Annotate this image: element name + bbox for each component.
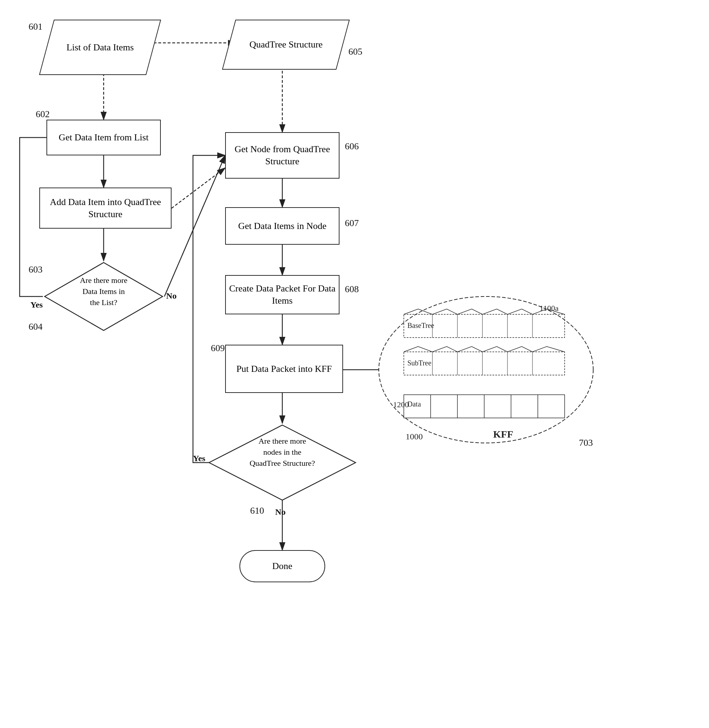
- label-603: 603: [29, 264, 42, 275]
- diagram: List of Data Items 601 Get Data Item fro…: [0, 0, 709, 728]
- node-603: Add Data Item into QuadTree Structure: [39, 188, 172, 229]
- node-607: Get Data Items in Node: [225, 207, 340, 245]
- node-602-text: Get Data Item from List: [58, 131, 148, 144]
- label-610: 610: [250, 505, 264, 516]
- flow-arrows: [0, 0, 709, 728]
- node-610-diamond: Are there morenodes in theQuadTree Struc…: [207, 423, 357, 502]
- svg-text:KFF: KFF: [493, 429, 513, 440]
- label-609: 609: [211, 343, 225, 354]
- node-603-text: Add Data Item into QuadTree Structure: [40, 196, 171, 220]
- node-609: Put Data Packet into KFF: [225, 345, 343, 393]
- svg-text:Data: Data: [407, 400, 421, 408]
- label-601: 601: [29, 22, 42, 32]
- yes-label-1: Yes: [31, 300, 43, 310]
- node-done: Done: [239, 550, 325, 582]
- node-605: QuadTree Structure: [222, 20, 350, 70]
- svg-text:BaseTree: BaseTree: [407, 322, 434, 329]
- svg-line-14: [164, 155, 225, 297]
- label-608: 608: [345, 284, 359, 295]
- node-601: List of Data Items: [39, 20, 161, 75]
- node-609-text: Put Data Packet into KFF: [236, 363, 332, 375]
- svg-text:1200: 1200: [393, 400, 409, 409]
- label-602: 602: [36, 109, 50, 120]
- node-608: Create Data Packet For Data Items: [225, 275, 340, 314]
- label-604: 604: [29, 322, 42, 332]
- node-done-text: Done: [272, 560, 292, 572]
- no-label-1: No: [166, 291, 177, 301]
- svg-line-7: [172, 168, 225, 208]
- node-606: Get Node from QuadTree Structure: [225, 132, 340, 179]
- node-606-text: Get Node from QuadTree Structure: [226, 143, 339, 167]
- node-601-text: List of Data Items: [66, 41, 134, 54]
- label-606: 606: [345, 141, 359, 152]
- yes-label-2: Yes: [193, 454, 206, 463]
- node-605-text: QuadTree Structure: [249, 39, 323, 51]
- svg-text:1100a: 1100a: [540, 304, 559, 313]
- label-605: 605: [349, 47, 362, 57]
- node-607-text: Get Data Items in Node: [238, 220, 327, 232]
- label-703: 703: [579, 438, 593, 448]
- label-607: 607: [345, 218, 359, 229]
- no-label-2: No: [275, 507, 286, 517]
- svg-point-17: [379, 297, 593, 443]
- node-602: Get Data Item from List: [47, 120, 161, 155]
- svg-text:1000: 1000: [406, 432, 423, 441]
- node-604-diamond: Are there moreData Items inthe List?: [43, 261, 164, 332]
- node-608-text: Create Data Packet For Data Items: [226, 282, 339, 307]
- svg-text:SubTree: SubTree: [407, 359, 431, 367]
- kff-structure: BaseTree SubTree Data KFF 1000 1100a 120…: [375, 293, 597, 447]
